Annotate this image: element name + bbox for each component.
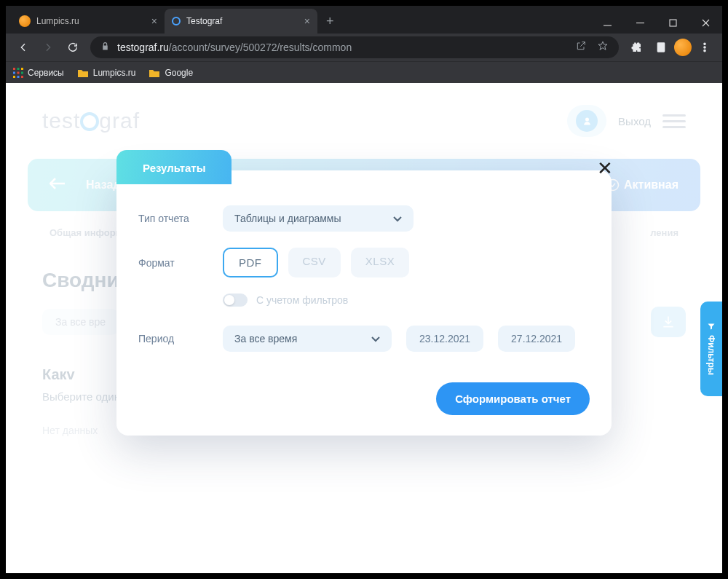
exit-link[interactable]: Выход — [618, 115, 651, 127]
tab-title: Testograf — [186, 16, 298, 26]
report-modal: Результаты ✕ Тип отчета Таблицы и диагра… — [116, 170, 612, 436]
modal-tab: Результаты — [116, 150, 232, 184]
svg-point-4 — [704, 50, 705, 52]
format-pdf-button[interactable]: PDF — [223, 248, 278, 277]
address-bar[interactable]: testograf.ru/account/survey/500272/resul… — [90, 36, 619, 58]
svg-rect-0 — [670, 20, 676, 26]
back-label: Назад — [86, 178, 120, 192]
star-icon[interactable] — [597, 40, 609, 55]
extensions-button[interactable] — [625, 36, 648, 59]
filters-side-tab[interactable]: Фильтры — [700, 302, 722, 396]
new-tab-button[interactable]: + — [317, 9, 343, 34]
window-maximize[interactable] — [657, 12, 689, 34]
bookmark-google[interactable]: Google — [149, 68, 193, 78]
nav-forward-button[interactable] — [36, 36, 60, 59]
window-minimize[interactable] — [624, 12, 657, 34]
svg-rect-12 — [17, 76, 20, 78]
browser-toolbar: testograf.ru/account/survey/500272/resul… — [6, 34, 722, 61]
share-icon[interactable] — [575, 40, 587, 55]
svg-rect-1 — [657, 43, 664, 52]
svg-rect-7 — [21, 68, 23, 70]
browser-tab-lumpics[interactable]: Lumpics.ru × — [12, 9, 165, 34]
favicon-icon — [172, 17, 181, 25]
period-pill[interactable]: За все вре — [42, 309, 119, 335]
subtab-other[interactable]: ления — [650, 227, 678, 238]
nav-reload-button[interactable] — [61, 36, 84, 59]
status-badge: Активная — [606, 178, 678, 192]
svg-point-3 — [704, 47, 705, 48]
period-select[interactable]: За все время — [223, 326, 392, 352]
filters-toggle[interactable] — [223, 294, 248, 307]
svg-rect-13 — [21, 76, 23, 78]
apps-bookmark[interactable]: Сервисы — [13, 68, 64, 78]
filters-toggle-label: С учетом фильтров — [256, 294, 348, 306]
date-from-input[interactable]: 23.12.2021 — [406, 326, 483, 352]
favicon-icon — [19, 15, 31, 27]
label-report-type: Тип отчета — [138, 213, 208, 224]
svg-rect-9 — [17, 71, 20, 74]
close-icon[interactable]: × — [151, 15, 157, 27]
svg-rect-11 — [13, 76, 15, 78]
date-to-input[interactable]: 27.12.2021 — [498, 326, 575, 352]
svg-rect-6 — [17, 68, 20, 70]
nav-back-button[interactable] — [12, 36, 35, 59]
back-arrow-icon[interactable] — [50, 178, 71, 192]
generate-report-button[interactable]: Сформировать отчет — [436, 382, 590, 415]
bookmarks-bar: Сервисы Lumpics.ru Google — [6, 61, 722, 83]
chevron-down-icon — [393, 213, 402, 224]
site-logo[interactable]: testgraf — [42, 109, 140, 133]
svg-rect-5 — [13, 68, 15, 70]
format-csv-button[interactable]: CSV — [288, 248, 341, 277]
reader-button[interactable] — [649, 36, 673, 59]
browser-tab-testograf[interactable]: Testograf × — [165, 9, 317, 34]
report-type-select[interactable]: Таблицы и диаграммы — [223, 205, 414, 232]
tab-title: Lumpics.ru — [36, 16, 146, 26]
avatar[interactable] — [567, 105, 606, 137]
format-xlsx-button[interactable]: XLSX — [351, 248, 409, 277]
lock-icon — [100, 41, 110, 54]
menu-button[interactable] — [693, 36, 716, 59]
window-close[interactable] — [689, 12, 722, 34]
svg-point-2 — [704, 43, 705, 44]
menu-icon[interactable] — [662, 114, 686, 128]
bookmark-lumpics[interactable]: Lumpics.ru — [77, 68, 136, 78]
chevron-down-icon — [371, 333, 380, 344]
svg-rect-10 — [21, 71, 23, 74]
label-period: Период — [138, 333, 208, 344]
browser-titlebar: Lumpics.ru × Testograf × + — [6, 6, 722, 34]
svg-rect-8 — [13, 71, 15, 74]
label-format: Формат — [138, 257, 208, 269]
download-button[interactable] — [651, 307, 686, 337]
url-text: testograf.ru/account/survey/500272/resul… — [117, 42, 352, 53]
close-icon[interactable]: × — [304, 15, 310, 27]
window-minimize[interactable] — [591, 12, 624, 34]
modal-close-button[interactable]: ✕ — [597, 157, 613, 180]
profile-avatar[interactable] — [674, 39, 692, 56]
